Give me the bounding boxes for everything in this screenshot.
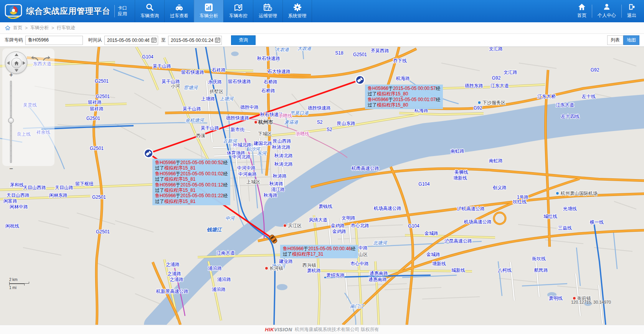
town-marker-icon	[265, 267, 268, 270]
map-label: 永庆路	[208, 79, 222, 85]
pan-down-arrow[interactable]	[15, 69, 18, 72]
poi-marker-icon	[556, 192, 559, 195]
history-forward-button[interactable]	[42, 55, 51, 63]
query-button[interactable]: 查询	[231, 35, 256, 45]
map-label: 石桥路	[261, 88, 275, 93]
app-header: 综合实战应用管理平台 卡口 应用 车辆查询 过车查看 车辆分析	[0, 0, 644, 22]
map-label: 秋涛路	[269, 181, 283, 186]
map-label: 小河	[171, 83, 180, 89]
logout-button[interactable]: 退出	[622, 0, 642, 22]
track-record-popup: 鲁H05966于2015-05-05 00:00:46经过了模拟程序17_31	[280, 245, 358, 258]
map-label: 德胜快速路	[226, 115, 249, 121]
checkpoint-camera-marker[interactable]	[355, 75, 365, 85]
app-title: 综合实战应用管理平台	[26, 6, 111, 17]
pan-left-arrow[interactable]	[7, 61, 10, 65]
map-label: G104	[142, 54, 154, 60]
map-label: 之浦路	[166, 262, 180, 267]
map-label: G2501	[96, 94, 110, 99]
breadcrumb-item-home[interactable]: 首页	[13, 25, 22, 31]
map-label: 机场高速公路	[373, 206, 401, 211]
car-icon	[175, 3, 184, 12]
map-label: 闲林中路	[10, 204, 28, 209]
map-label: 北塘河	[373, 240, 388, 246]
time-from-input[interactable]	[104, 36, 158, 45]
list-view-button[interactable]: 列表	[607, 35, 623, 45]
town-marker-icon	[283, 224, 286, 227]
pan-right-arrow[interactable]	[23, 61, 25, 65]
map-label: 拱墅区	[210, 89, 223, 94]
map-label: 石祥路	[211, 67, 226, 73]
header-right-menu: 首页 个人中心 退出	[572, 0, 644, 22]
app-brand[interactable]: 综合实战应用管理平台 卡口 应用	[0, 0, 131, 22]
map-home-button[interactable]	[11, 58, 22, 68]
map-label: 杭州市	[258, 119, 273, 125]
map-label: 中河中路	[237, 165, 256, 171]
map-label: 清江路	[271, 187, 285, 192]
map-label: 通惠南路	[370, 271, 388, 276]
menu-item-passing-vehicles[interactable]: 过车查看	[164, 0, 194, 22]
map-label: 萧杭路	[307, 268, 321, 273]
map-label: 江东大道	[490, 83, 509, 88]
zoom-handle[interactable]	[8, 118, 14, 123]
map-label: 石桥路	[263, 79, 277, 85]
map-label: 浦沿路	[211, 287, 226, 292]
map-label: 长河镇	[269, 266, 283, 271]
plate-number-input[interactable]	[25, 36, 83, 45]
breadcrumb-item-analysis[interactable]: 车辆分析	[30, 25, 49, 31]
map-view-button[interactable]: 地图	[623, 35, 639, 45]
map-container[interactable]: 东西大道G104莫干山路莫干山路莫干山路莫干山路石祥路留石快速路留石快速路石大快…	[0, 47, 644, 325]
map-label: 南门江	[350, 304, 365, 309]
map-label: S2	[327, 127, 332, 132]
map-label: G2501	[353, 52, 367, 57]
map-label: 杭海路	[396, 76, 410, 81]
map-label: 浙赣线	[296, 131, 309, 136]
map-label: 笕莫口港	[290, 110, 309, 116]
map-label: 衙坎线	[532, 256, 546, 261]
zoom-in-button[interactable]: +	[8, 72, 15, 78]
map-label: 德胜东路	[465, 83, 483, 88]
app-logo-icon	[5, 3, 22, 19]
map-label: 浦沿路	[217, 277, 231, 282]
map-label: 文汇路	[489, 47, 503, 52]
track-record-popup: 鲁H05966于2015-05-05 00:00:52经过了模拟程序15_81鲁…	[152, 159, 230, 205]
map-label: G104	[418, 181, 430, 187]
calendar-icon[interactable]	[151, 37, 157, 43]
map-label: 茅和线	[10, 182, 24, 188]
time-to-input[interactable]	[168, 36, 222, 45]
breadcrumb-home-icon[interactable]	[5, 25, 10, 30]
zoom-slider[interactable]: + −	[8, 72, 15, 171]
menu-item-vehicle-query[interactable]: 车辆查询	[135, 0, 164, 22]
map-label: 萧明线	[549, 296, 563, 301]
pan-control[interactable]	[5, 52, 27, 74]
map-label: 建业路	[279, 259, 293, 264]
map-label: 闲祝线	[5, 223, 19, 229]
breadcrumb-separator: >	[25, 25, 28, 31]
home-icon	[578, 3, 586, 12]
personal-center-button[interactable]: 个人中心	[592, 0, 621, 22]
map-label: 浦沿路	[208, 266, 222, 271]
map-label: 莫干山路	[153, 63, 171, 69]
map-label: G92	[474, 105, 482, 111]
history-back-button[interactable]	[31, 55, 39, 63]
town-marker-icon	[573, 297, 576, 300]
checkpoint-camera-marker[interactable]	[144, 148, 154, 158]
zoom-out-button[interactable]: −	[8, 166, 15, 171]
map-label: 机场高速公路	[464, 219, 492, 224]
menu-item-vehicle-surveillance[interactable]: 车辆布控	[223, 0, 253, 22]
pan-up-arrow[interactable]	[15, 53, 18, 56]
map-label: 萧钱线	[319, 204, 332, 209]
calendar-icon[interactable]	[215, 37, 221, 43]
menu-item-vehicle-analysis[interactable]: 车辆分析	[194, 0, 223, 22]
map-label: 留石快速路	[181, 70, 204, 75]
main-menu: 车辆查询 过车查看 车辆分析 车辆布控 运维管理	[135, 0, 312, 22]
map-label: G2501	[90, 146, 104, 151]
breadcrumb-separator: >	[51, 25, 54, 31]
gear-icon	[293, 3, 302, 12]
map-label: 留祥路	[90, 106, 104, 111]
home-button[interactable]: 首页	[572, 0, 592, 22]
map-label: 江东大道	[556, 102, 574, 108]
map-canvas[interactable]: 东西大道G104莫干山路莫干山路莫干山路莫干山路石祥路留石快速路留石快速路石大快…	[0, 47, 644, 325]
map-label: 大农港	[297, 47, 312, 51]
menu-item-system-management[interactable]: 系统管理	[282, 0, 312, 22]
menu-item-ops-management[interactable]: 运维管理	[253, 0, 282, 22]
